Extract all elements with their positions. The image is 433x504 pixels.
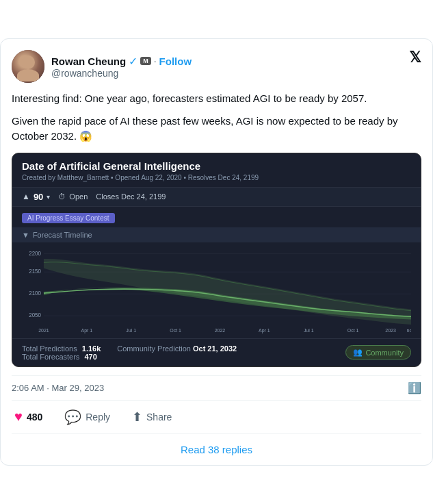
verified-icon: ✓ bbox=[129, 55, 137, 68]
chart-area: 2200 2150 2100 2050 2021 Apr 1 bbox=[12, 242, 421, 338]
chart-meta-open: ⏱ Open bbox=[58, 192, 88, 201]
total-forecasters-label: Total Forecasters 470 bbox=[22, 353, 101, 361]
chart-container[interactable]: Date of Artificial General Intelligence … bbox=[12, 153, 421, 367]
community-prediction: Community Prediction Oct 21, 2032 bbox=[117, 344, 237, 361]
tweet-line-2: Given the rapid pace of AI these past fe… bbox=[12, 114, 421, 144]
svg-text:now: now bbox=[407, 327, 411, 333]
chart-section-header: ▼ Forecast Timeline bbox=[12, 227, 421, 242]
svg-text:2200: 2200 bbox=[29, 250, 41, 256]
chart-svg: 2200 2150 2100 2050 2021 Apr 1 bbox=[22, 248, 411, 336]
total-predictions: Total Predictions 1.16k Total Forecaster… bbox=[22, 344, 101, 361]
triangle-icon: ▼ bbox=[22, 231, 29, 239]
chart-title: Date of Artificial General Intelligence bbox=[22, 160, 411, 172]
tweet-line-1: Interesting find: One year ago, forecast… bbox=[12, 91, 421, 107]
like-button[interactable]: ♥ 480 bbox=[12, 406, 45, 427]
tweet-actions: ♥ 480 💬 Reply ⬆ Share bbox=[12, 400, 421, 433]
tweet-body: Interesting find: One year ago, forecast… bbox=[12, 91, 421, 144]
svg-text:2050: 2050 bbox=[29, 312, 41, 318]
heart-icon: ♥ bbox=[14, 409, 23, 425]
like-count: 480 bbox=[27, 412, 42, 423]
user-name-row: Rowan Cheung ✓ M · Follow bbox=[51, 55, 192, 68]
x-logo[interactable]: 𝕏 bbox=[409, 50, 421, 65]
people-icon: 👥 bbox=[353, 348, 363, 357]
section-label: Forecast Timeline bbox=[33, 231, 92, 239]
reply-button[interactable]: 💬 Reply bbox=[62, 406, 113, 428]
chart-footer-left: Total Predictions 1.16k Total Forecaster… bbox=[22, 344, 237, 361]
chart-subtitle: Created by Matthew_Barnett • Opened Aug … bbox=[22, 174, 411, 181]
chart-header: Date of Artificial General Intelligence … bbox=[12, 153, 421, 187]
separator: · bbox=[154, 55, 157, 66]
badge-icon: M bbox=[140, 57, 151, 65]
chart-meta-votes: ▲ 90 ▾ bbox=[22, 192, 50, 202]
info-icon[interactable]: ℹ️ bbox=[408, 381, 421, 394]
svg-text:Apr 1: Apr 1 bbox=[81, 327, 92, 333]
tweet-header: Rowan Cheung ✓ M · Follow @rowancheung 𝕏 bbox=[12, 50, 421, 83]
user-handle: @rowancheung bbox=[51, 68, 192, 79]
avatar[interactable] bbox=[12, 50, 44, 83]
chart-tag: AI Progress Essay Contest bbox=[22, 213, 115, 223]
svg-text:Apr 1: Apr 1 bbox=[259, 327, 270, 333]
svg-text:Jul 1: Jul 1 bbox=[304, 327, 314, 333]
share-icon: ⬆ bbox=[132, 410, 142, 425]
community-button[interactable]: 👥 Community bbox=[345, 345, 411, 360]
tweet-header-left: Rowan Cheung ✓ M · Follow @rowancheung bbox=[12, 50, 192, 83]
svg-text:Oct 1: Oct 1 bbox=[170, 327, 181, 333]
user-info: Rowan Cheung ✓ M · Follow @rowancheung bbox=[51, 55, 192, 79]
chart-tag-row: AI Progress Essay Contest bbox=[12, 207, 421, 227]
follow-button[interactable]: Follow bbox=[159, 55, 192, 67]
tweet-timestamp: 2:06 AM · Mar 29, 2023 ℹ️ bbox=[12, 375, 421, 400]
tweet-card: Rowan Cheung ✓ M · Follow @rowancheung 𝕏… bbox=[0, 38, 433, 466]
chart-footer: Total Predictions 1.16k Total Forecaster… bbox=[12, 338, 421, 366]
total-predictions-label: Total Predictions 1.16k bbox=[22, 344, 101, 353]
read-replies-button[interactable]: Read 38 replies bbox=[12, 433, 421, 465]
svg-text:2021: 2021 bbox=[38, 327, 49, 333]
user-name: Rowan Cheung bbox=[51, 55, 126, 67]
reply-icon: 💬 bbox=[64, 409, 81, 425]
svg-text:2100: 2100 bbox=[29, 290, 41, 297]
chart-meta-closes: Closes Dec 24, 2199 bbox=[96, 192, 166, 201]
svg-text:2022: 2022 bbox=[215, 327, 226, 333]
svg-text:2150: 2150 bbox=[29, 268, 41, 275]
chart-meta: ▲ 90 ▾ ⏱ Open Closes Dec 24, 2199 bbox=[12, 187, 421, 207]
svg-text:Jul 1: Jul 1 bbox=[126, 327, 136, 333]
svg-text:Oct 1: Oct 1 bbox=[347, 327, 359, 333]
svg-text:2023: 2023 bbox=[385, 327, 396, 333]
share-button[interactable]: ⬆ Share bbox=[129, 407, 174, 427]
